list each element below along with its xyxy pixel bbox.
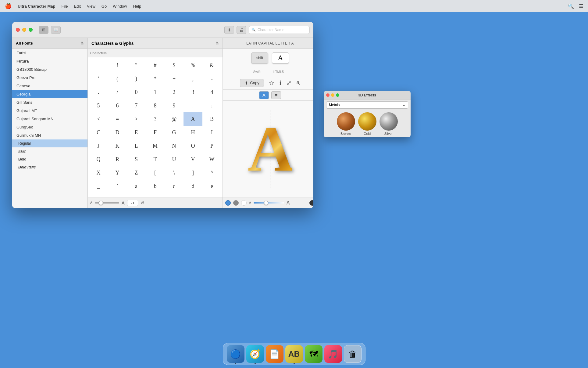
char-cell[interactable]: >: [127, 112, 146, 126]
char-cell[interactable]: @: [165, 112, 184, 126]
font-item-gungseo[interactable]: GungSeo: [12, 123, 87, 131]
font-item-gujaratisangam[interactable]: Gujarati Sangam MN: [12, 115, 87, 123]
dock-fontbook[interactable]: AB: [285, 345, 303, 363]
char-cell[interactable]: ]: [184, 166, 202, 179]
chars-sort-icon[interactable]: ⇅: [216, 41, 219, 45]
effects-close[interactable]: [326, 93, 330, 97]
char-cell[interactable]: =: [108, 112, 127, 126]
char-cell[interactable]: ?: [146, 112, 165, 126]
char-cell[interactable]: b: [146, 179, 165, 193]
font-item-gillsans[interactable]: Gill Sans: [12, 98, 87, 106]
dock-safari[interactable]: 🧭: [246, 345, 264, 363]
char-cell[interactable]: ,: [184, 72, 202, 85]
char-cell[interactable]: i: [146, 193, 165, 197]
char-cell[interactable]: k: [184, 193, 202, 197]
menubar-go[interactable]: Go: [102, 4, 107, 9]
color-white[interactable]: [241, 200, 247, 206]
char-cell[interactable]: l: [202, 193, 221, 197]
size-slider[interactable]: [95, 202, 119, 204]
style-icon[interactable]: ai: [297, 80, 300, 86]
char-cell[interactable]: &: [202, 59, 221, 72]
font-item-bold-italic[interactable]: Bold Italic: [12, 163, 87, 171]
char-cell[interactable]: Z: [127, 166, 146, 179]
effect-silver[interactable]: Silver: [380, 112, 398, 135]
char-cell[interactable]: ;: [202, 99, 221, 112]
list-detail-button[interactable]: ≡: [271, 91, 281, 99]
dock-trash[interactable]: 🗑: [344, 345, 362, 363]
char-cell[interactable]: /: [108, 85, 127, 99]
char-cell[interactable]: O: [184, 139, 202, 153]
share-button[interactable]: ⬆: [224, 26, 234, 34]
char-cell[interactable]: \: [165, 166, 184, 179]
char-cell[interactable]: T: [146, 153, 165, 166]
grid-view-button[interactable]: ⊞: [39, 26, 48, 34]
char-cell[interactable]: H: [184, 126, 202, 139]
dock-maps[interactable]: 🗺: [305, 345, 323, 363]
rotate-icon[interactable]: ↺: [141, 200, 144, 205]
font-item-gb18030[interactable]: GB18030 Bitmap: [12, 65, 87, 74]
char-cell[interactable]: X: [89, 166, 108, 179]
color-dark[interactable]: [309, 200, 313, 206]
font-item-italic[interactable]: Italic: [12, 147, 87, 155]
char-cell[interactable]: `: [108, 179, 127, 193]
color-slider[interactable]: [254, 202, 284, 204]
menubar-file[interactable]: File: [62, 4, 68, 9]
char-cell[interactable]: d: [184, 179, 202, 193]
menubar-app-name[interactable]: Ultra Character Map: [18, 4, 55, 9]
dock-pages[interactable]: 📄: [266, 345, 283, 363]
list-view-button[interactable]: 📖: [51, 26, 61, 34]
char-cell[interactable]: U: [165, 153, 184, 166]
font-item-gurmukhi[interactable]: Gurmukhi MN: [12, 131, 87, 139]
char-cell[interactable]: K: [108, 139, 127, 153]
char-cell[interactable]: *: [146, 72, 165, 85]
char-cell[interactable]: 9: [165, 99, 184, 112]
minimize-button[interactable]: [22, 28, 26, 32]
char-cell[interactable]: S: [127, 153, 146, 166]
char-view-button[interactable]: A: [259, 91, 269, 99]
char-cell[interactable]: h: [127, 193, 146, 197]
char-cell[interactable]: V: [184, 153, 202, 166]
char-cell[interactable]: (: [108, 72, 127, 85]
char-cell[interactable]: N: [165, 139, 184, 153]
char-cell[interactable]: <: [89, 112, 108, 126]
char-cell[interactable]: g: [108, 193, 127, 197]
font-item-geneva[interactable]: Geneva: [12, 82, 87, 90]
effect-gold[interactable]: Gold: [358, 112, 376, 135]
char-cell[interactable]: .: [89, 85, 108, 99]
char-cell[interactable]: a: [127, 179, 146, 193]
char-cell[interactable]: I: [202, 126, 221, 139]
effects-maximize[interactable]: [336, 93, 339, 97]
char-cell[interactable]: Q: [89, 153, 108, 166]
char-cell[interactable]: +: [165, 72, 184, 85]
char-cell[interactable]: D: [108, 126, 127, 139]
dock-music[interactable]: 🎵: [324, 345, 342, 363]
sort-icon[interactable]: ⇅: [81, 41, 84, 45]
font-item-gujaratimt[interactable]: Gujarati MT: [12, 106, 87, 115]
char-cell[interactable]: R: [108, 153, 127, 166]
font-item-georgia[interactable]: Georgia: [12, 90, 87, 98]
maximize-button[interactable]: [29, 28, 33, 32]
color-gray[interactable]: [233, 200, 239, 206]
search-bar[interactable]: 🔍 Character Name: [249, 26, 310, 34]
char-cell[interactable]: E: [127, 126, 146, 139]
effect-bronze[interactable]: Bronze: [337, 112, 355, 135]
char-cell[interactable]: %: [184, 59, 202, 72]
char-cell[interactable]: 2: [165, 85, 184, 99]
font-item-bold[interactable]: Bold: [12, 155, 87, 163]
font-item-geeza[interactable]: Geeza Pro: [12, 74, 87, 82]
char-cell[interactable]: :: [184, 99, 202, 112]
menubar-view[interactable]: View: [87, 4, 95, 9]
char-cell[interactable]: 6: [108, 99, 127, 112]
char-cell[interactable]: f: [89, 193, 108, 197]
char-cell[interactable]: -: [202, 72, 221, 85]
char-cell[interactable]: #: [146, 59, 165, 72]
char-cell[interactable]: B: [202, 112, 221, 126]
char-cell[interactable]: c: [165, 179, 184, 193]
char-cell[interactable]: [89, 59, 108, 72]
char-cell[interactable]: 3: [184, 85, 202, 99]
char-cell[interactable]: W: [202, 153, 221, 166]
color-blue[interactable]: [225, 200, 231, 206]
char-cell[interactable]: [: [146, 166, 165, 179]
char-cell[interactable]: 8: [146, 99, 165, 112]
char-cell[interactable]: G: [165, 126, 184, 139]
